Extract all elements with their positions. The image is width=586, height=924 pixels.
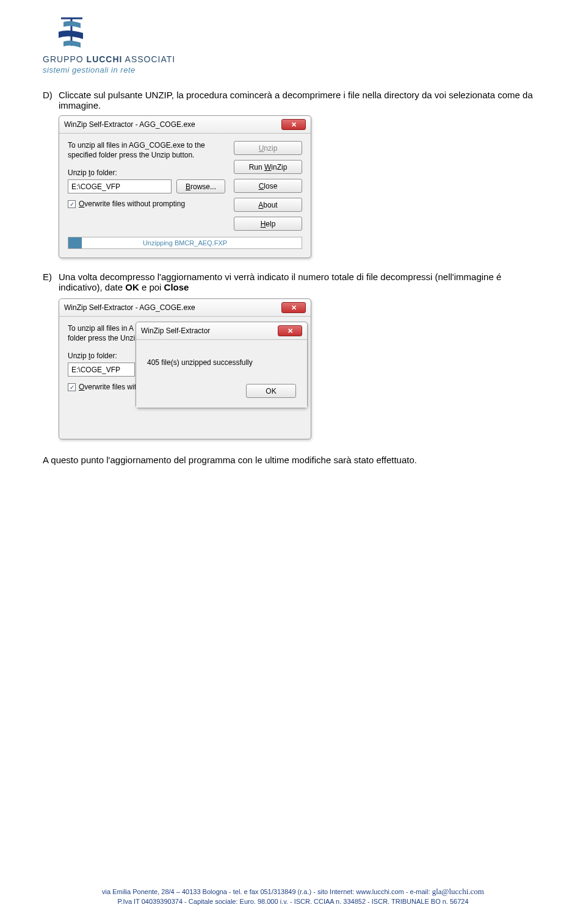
- logo-text-line2: sistemi gestionali in rete: [43, 65, 136, 74]
- success-alert-dialog: WinZip Self-Extractor ✕ 405 file(s) unzi…: [136, 322, 308, 408]
- instruction-d-letter: D): [43, 90, 59, 110]
- instruction-e: E) Una volta decompresso l'aggiornamento…: [43, 272, 543, 292]
- overwrite-checkbox[interactable]: ✓: [68, 383, 76, 391]
- logo-icon: [59, 18, 83, 48]
- unzip-button[interactable]: Unzip: [234, 141, 302, 155]
- dialog-title: WinZip Self-Extractor - AGG_COGE.exe: [64, 303, 195, 312]
- about-button[interactable]: About: [234, 198, 302, 212]
- unzip-progress-bar: Unzipping BMCR_AEQ.FXP: [68, 237, 302, 249]
- overwrite-checkbox-row: ✓ Overwrite files without prompting: [68, 200, 226, 208]
- run-winzip-button[interactable]: Run WinZip: [234, 160, 302, 174]
- overwrite-label: Overwrite files without prompting: [79, 200, 185, 208]
- help-button[interactable]: Help: [234, 217, 302, 231]
- instruction-d: D) Cliccate sul pulsante UNZIP, la proce…: [43, 90, 543, 110]
- alert-titlebar: WinZip Self-Extractor ✕: [136, 322, 307, 340]
- instruction-d-text: Cliccate sul pulsante UNZIP, la procedur…: [59, 90, 543, 110]
- window-close-button[interactable]: ✕: [281, 119, 306, 130]
- footer-line2: P.Iva IT 04039390374 - Capitale sociale:…: [0, 897, 586, 906]
- winzip-extractor-dialog: WinZip Self-Extractor - AGG_COGE.exe ✕ T…: [59, 115, 311, 258]
- unzip-to-label: Unzip to folder:: [68, 168, 226, 177]
- browse-button[interactable]: Browse...: [176, 179, 225, 193]
- unzip-folder-input[interactable]: E:\COGE_VFP: [68, 363, 135, 377]
- close-button[interactable]: Close: [234, 179, 302, 193]
- dialog-titlebar: WinZip Self-Extractor - AGG_COGE.exe ✕: [59, 116, 311, 134]
- page-footer: via Emilia Ponente, 28/4 – 40133 Bologna…: [0, 887, 586, 906]
- closing-text: A questo punto l'aggiornamento del progr…: [43, 454, 543, 466]
- overwrite-label-trunc: Overwrite files wit: [79, 383, 136, 391]
- alert-ok-button[interactable]: OK: [246, 384, 296, 398]
- footer-line1: via Emilia Ponente, 28/4 – 40133 Bologna…: [0, 887, 586, 897]
- logo-text-line1: GRUPPO LUCCHI ASSOCIATI: [43, 54, 175, 64]
- alert-message: 405 file(s) unzipped successfully: [147, 358, 296, 367]
- window-close-button[interactable]: ✕: [281, 302, 306, 313]
- progress-text: Unzipping BMCR_AEQ.FXP: [68, 239, 302, 247]
- alert-close-button[interactable]: ✕: [278, 325, 302, 336]
- company-logo: GRUPPO LUCCHI ASSOCIATI sistemi gestiona…: [43, 12, 183, 74]
- unzip-folder-input[interactable]: E:\COGE_VFP: [68, 179, 172, 193]
- instruction-e-letter: E): [43, 272, 59, 292]
- alert-title: WinZip Self-Extractor: [141, 327, 210, 335]
- dialog-description: To unzip all files in AGG_COGE.exe to th…: [68, 141, 226, 160]
- overwrite-checkbox[interactable]: ✓: [68, 200, 76, 208]
- dialog-titlebar: WinZip Self-Extractor - AGG_COGE.exe ✕: [59, 299, 311, 317]
- instruction-e-text: Una volta decompresso l'aggiornamento vi…: [59, 272, 543, 292]
- dialog-title: WinZip Self-Extractor - AGG_COGE.exe: [64, 120, 195, 129]
